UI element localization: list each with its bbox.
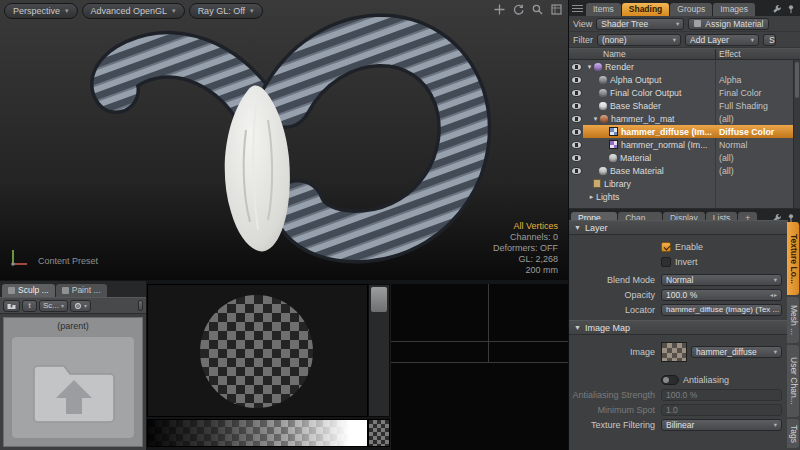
zoom-icon[interactable]	[532, 4, 543, 15]
antialiasing-toggle[interactable]	[661, 375, 679, 385]
material-item-icon	[609, 154, 617, 162]
visibility-eye-icon[interactable]	[572, 142, 581, 148]
tab-tags[interactable]: Tags	[787, 419, 799, 448]
view-mode-dropdown[interactable]: Shader Tree ▾	[596, 18, 684, 30]
tab-items[interactable]: Items	[586, 3, 621, 16]
tab-groups[interactable]: Groups	[670, 3, 712, 16]
tree-column-header[interactable]: Name Effect	[569, 48, 800, 60]
tree-row-final-color-output[interactable]: Final Color Output Final Color	[569, 86, 800, 99]
dropdown-arrow-icon: ▾	[774, 348, 777, 356]
parent-item-label: (parent)	[4, 318, 142, 331]
tab-texture-locator[interactable]: Texture Lo...	[787, 222, 799, 295]
options-gear-button[interactable]: ▾	[70, 300, 91, 312]
tree-row-alpha-output[interactable]: Alpha Output Alpha	[569, 73, 800, 86]
invert-checkbox[interactable]	[661, 257, 671, 267]
assign-material-button[interactable]: Assign Material	[688, 18, 769, 30]
visibility-eye-icon[interactable]	[572, 116, 581, 122]
enable-row: Enable	[569, 239, 788, 254]
tab-sculpt[interactable]: Sculp ...	[2, 284, 55, 297]
gradient-ramp-bar[interactable]	[147, 419, 368, 447]
advanced-opengl-button[interactable]: Advanced OpenGL ▾	[82, 3, 185, 19]
image-preview-view[interactable]	[147, 284, 368, 417]
spin-right-icon[interactable]: ▸	[774, 291, 777, 298]
tree-row-base-material[interactable]: Base Material (all)	[569, 164, 800, 177]
sort-dropdown[interactable]: Sc... ▾	[39, 300, 68, 312]
panel-pin-handle[interactable]	[138, 300, 143, 311]
list-view-icon[interactable]	[572, 5, 583, 14]
tree-row-lights[interactable]: ▸ Lights	[569, 190, 800, 203]
add-layer-dropdown[interactable]: Add Layer ▾	[685, 34, 759, 46]
tab-shading[interactable]: Shading	[622, 3, 670, 16]
expand-arrow-icon[interactable]: ▸	[587, 193, 596, 201]
image-dropdown[interactable]: hammer_diffuse ▾	[691, 346, 782, 358]
visibility-eye-icon[interactable]	[572, 103, 581, 109]
folder-up-icon	[7, 302, 16, 310]
tab-paint[interactable]: Paint ...	[56, 284, 107, 297]
pan-icon[interactable]	[494, 4, 505, 15]
view-mode-value: Shader Tree	[601, 19, 648, 29]
orbit-icon[interactable]	[513, 4, 524, 15]
tree-row-effect: (all)	[719, 153, 734, 163]
texture-filtering-dropdown[interactable]: Bilinear ▾	[661, 419, 782, 431]
opengl-label: Advanced OpenGL	[91, 6, 168, 16]
maximize-icon[interactable]	[551, 4, 562, 15]
layer-section-header[interactable]: ▼ Layer	[569, 220, 788, 235]
raygl-button[interactable]: Ray GL: Off ▾	[189, 3, 263, 19]
filter-dropdown[interactable]: (none) ▾	[597, 34, 681, 46]
image-thumbnail[interactable]	[661, 342, 687, 362]
expand-arrow-icon[interactable]: ▾	[585, 63, 594, 71]
scrollbar-thumb[interactable]	[795, 62, 799, 98]
min-spot-field[interactable]: 1.0	[661, 404, 782, 416]
name-column-label: Name	[603, 49, 626, 59]
tree-row-hammer-normal[interactable]: hammer_normal (Im... Normal	[569, 138, 800, 151]
image-view-scrollbar[interactable]	[368, 284, 390, 417]
aa-strength-field[interactable]: 100.0 %	[661, 389, 782, 401]
spinner-arrows-icon[interactable]: ◂ ▸	[770, 291, 777, 298]
blend-mode-dropdown[interactable]: Normal ▾	[661, 274, 782, 286]
parent-folder-item[interactable]	[11, 336, 135, 439]
opacity-label: Opacity	[569, 290, 661, 300]
pin-icon[interactable]	[786, 4, 796, 14]
axis-indicator-icon	[8, 246, 30, 268]
thumbnail-mode-button[interactable]: t	[22, 300, 37, 312]
perspective-button[interactable]: Perspective ▾	[4, 3, 78, 19]
image-layer-icon	[609, 140, 618, 149]
visibility-eye-icon[interactable]	[572, 64, 581, 70]
tree-row-material[interactable]: Material (all)	[569, 151, 800, 164]
tab-images[interactable]: Images	[713, 3, 755, 16]
preset-toolbar: t Sc... ▾ ▾	[0, 297, 146, 314]
wrench-icon[interactable]	[772, 4, 782, 14]
vertices-stat: All Vertices	[493, 221, 558, 232]
images-tab-label: Images	[720, 4, 748, 14]
tree-row-library[interactable]: Library	[569, 177, 800, 190]
visibility-eye-icon[interactable]	[572, 77, 581, 83]
visibility-eye-icon[interactable]	[572, 168, 581, 174]
tree-row-label: Final Color Output	[610, 88, 681, 98]
output-item-icon	[599, 76, 607, 84]
tree-scrollbar[interactable]	[793, 60, 800, 208]
tree-row-hammer-diffuse[interactable]: hammer_diffuse (Im... Diffuse Color	[569, 125, 800, 138]
tree-row-render[interactable]: ▾ Render	[569, 60, 800, 73]
solo-button[interactable]: S	[763, 34, 776, 46]
3d-viewport[interactable]: Perspective ▾ Advanced OpenGL ▾ Ray GL: …	[0, 0, 568, 280]
visibility-eye-icon[interactable]	[572, 155, 581, 161]
enable-checkbox[interactable]	[661, 242, 671, 252]
tree-row-hammer-lo-mat[interactable]: ▾ hammer_lo_mat (all)	[569, 112, 800, 125]
expand-arrow-icon[interactable]: ▾	[591, 115, 600, 123]
visibility-eye-icon[interactable]	[572, 90, 581, 96]
preset-tabbar: Sculp ... Paint ...	[0, 281, 146, 297]
tab-user-channels[interactable]: User Chan...	[787, 345, 799, 417]
parent-dir-button[interactable]	[3, 300, 20, 312]
tree-row-base-shader[interactable]: Base Shader Full Shading	[569, 99, 800, 112]
tab-mesh[interactable]: Mesh ...	[787, 297, 799, 343]
locator-dropdown[interactable]: hammer_diffuse (Image) (Tex ... ▾	[661, 304, 782, 316]
gradient-ramp-end-swatch[interactable]	[368, 419, 390, 447]
spin-left-icon[interactable]: ◂	[770, 291, 773, 298]
graph-view[interactable]	[390, 284, 568, 450]
opacity-field[interactable]: 100.0 % ◂ ▸	[661, 289, 782, 301]
scrollbar-thumb[interactable]	[371, 287, 387, 312]
tree-row-effect: Alpha	[719, 75, 742, 85]
image-map-section-header[interactable]: ▼ Image Map	[569, 320, 788, 335]
visibility-eye-icon[interactable]	[572, 129, 581, 135]
tree-row-effect: (all)	[719, 114, 734, 124]
